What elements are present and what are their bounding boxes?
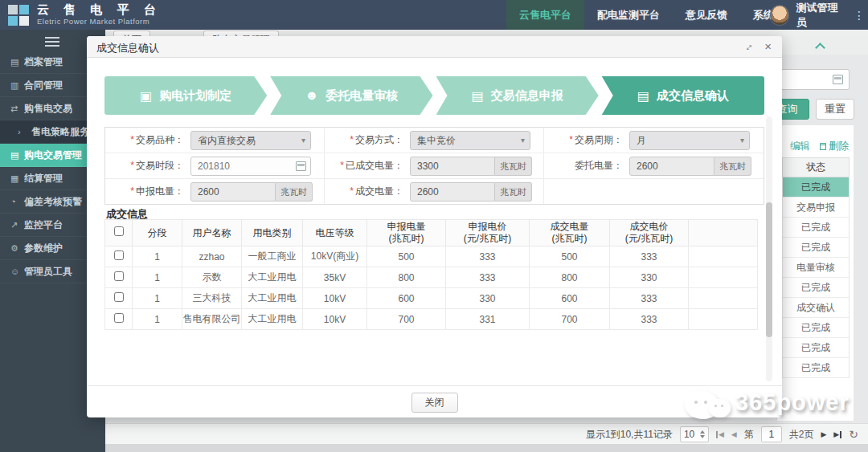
deal-volume-input[interactable]: 2600 [410, 182, 495, 202]
status-column-header: 状态 [782, 157, 850, 177]
gauge-icon: ◔ [10, 197, 24, 206]
col-declared-price: 申报电价 (元/兆瓦时) [446, 220, 530, 246]
col-empty [689, 220, 758, 246]
spinner-icon [700, 428, 705, 441]
status-cell[interactable]: 已完成 [782, 318, 850, 338]
edit-link[interactable]: 编辑 [790, 140, 810, 153]
step-purchase-plan[interactable]: ▣ 购电计划制定 [104, 76, 267, 115]
first-page-button[interactable]: ◀ [716, 430, 724, 438]
brand-logo-icon [8, 5, 29, 26]
field-trade-period: *交易时段： 201810 [105, 153, 325, 179]
col-voltage-level: 电压等级 [303, 220, 367, 246]
row-checkbox[interactable] [114, 271, 124, 281]
modal-scrollbar-thumb[interactable] [766, 202, 772, 337]
wizard-stepper: ▣ 购电计划制定 ☻ 委托电量审核 ▤ 交易信息申报 ▤ 成交信息确认 [104, 76, 764, 115]
table-row[interactable]: 1 售电有限公司 大工业用电 10kV 700 331 700 333 [105, 309, 758, 330]
chevron-down-icon: ▾ [740, 132, 744, 149]
step-trade-declare[interactable]: ▤ 交易信息申报 [436, 76, 599, 115]
topnav-tab-distribution-monitor[interactable]: 配电监测平台 [584, 0, 673, 30]
brand-title: 云 售 电 平 台 [37, 2, 162, 17]
field-empty [544, 179, 764, 204]
sidebar-item-label: 购电交易管理 [24, 149, 82, 162]
app-root: 云 售 电 平 台 Eletric Power Market Platform … [0, 0, 868, 452]
user-box: 测试管理员 ⋮ [770, 0, 868, 30]
entrust-volume-input[interactable]: 2600 [629, 157, 714, 176]
trade-type-select[interactable]: 省内直接交易▾ [190, 131, 311, 150]
table-row[interactable]: 1 zzhao 一般工商业 10kV(商业) 500 333 500 333 [105, 246, 758, 267]
deal-info-table: 分段 用户名称 用电类别 电压等级 申报电量 (兆瓦时) 申报电价 (元/兆瓦时… [104, 219, 758, 330]
calendar-icon [296, 161, 306, 171]
status-column: 已完成 交易申报 已完成 已完成 电量审核 已完成 成交确认 已完成 已完成 已… [782, 177, 850, 378]
field-dealt-volume: *已成交电量： 3300兆瓦时 [325, 153, 544, 179]
modal-close-button[interactable]: 关闭 [411, 393, 458, 413]
status-cell[interactable]: 已完成 [782, 358, 850, 378]
next-page-button[interactable]: ▶ [821, 430, 826, 438]
status-cell[interactable]: 已完成 [782, 218, 850, 238]
sidebar-collapse-icon[interactable] [45, 37, 59, 49]
table-row[interactable]: 1 示数 大工业用电 35kV 800 333 800 330 [105, 267, 758, 288]
dealt-volume-input[interactable]: 3300 [410, 157, 495, 176]
declare-volume-input[interactable]: 2600 [190, 182, 276, 202]
chart-icon: ↗ [10, 220, 24, 230]
sidebar-item-label: 管理员工具 [24, 265, 72, 279]
pagination-summary: 显示1到10,共11记录 [586, 428, 673, 442]
calendar-icon [833, 75, 843, 84]
status-cell[interactable]: 电量审核 [782, 258, 850, 278]
table-icon: ▦ [10, 173, 24, 184]
reset-button[interactable]: 重置 [816, 99, 854, 120]
col-deal-volume: 成交电量 (兆瓦时) [530, 220, 610, 246]
page-label-prefix: 第 [744, 428, 754, 442]
username: 测试管理员 [796, 1, 843, 30]
table-header-row: 分段 用户名称 用电类别 电压等级 申报电量 (兆瓦时) 申报电价 (元/兆瓦时… [105, 220, 758, 246]
close-icon[interactable]: × [764, 39, 772, 53]
topnav-tab-feedback[interactable]: 意见反馈 [673, 0, 740, 30]
delete-link[interactable]: 删除 [820, 140, 849, 153]
status-cell[interactable]: 交易申报 [782, 197, 850, 218]
col-declared-volume: 申报电量 (兆瓦时) [367, 220, 446, 246]
expand-icon[interactable]: ↔ [740, 39, 756, 55]
kebab-menu-icon[interactable]: ⋮ [850, 9, 868, 22]
status-cell[interactable]: 已完成 [782, 338, 850, 358]
status-cell[interactable]: 已完成 [782, 278, 850, 298]
chevron-down-icon: ▾ [301, 132, 305, 149]
page-total-label: 共2页 [789, 428, 814, 442]
trade-icon: ⇄ [10, 104, 24, 114]
pagination-bar: 显示1到10,共11记录 10 ◀ ◀ 第 共2页 ▶ ▶ ↻ [105, 423, 868, 444]
table-row[interactable]: 1 三大科技 大工业用电 10kV 600 330 600 333 [105, 288, 758, 309]
status-cell[interactable]: 成交确认 [782, 298, 850, 318]
deal-form: *交易品种： 省内直接交易▾ *交易方式： 集中竞价▾ *交易周期： 月▾ *交… [104, 127, 764, 205]
chevron-right-icon: › [18, 127, 31, 136]
status-cell[interactable]: 已完成 [782, 177, 850, 197]
field-trade-type: *交易品种： 省内直接交易▾ [105, 128, 325, 153]
row-checkbox[interactable] [114, 313, 124, 323]
sidebar-item-label: 结算管理 [24, 172, 63, 185]
user-avatar[interactable] [770, 5, 789, 26]
sidebar-item-label: 档案管理 [24, 55, 63, 69]
modal-footer: 关闭 [87, 385, 782, 417]
brand-subtitle: Eletric Power Market Platform [37, 17, 162, 26]
contract-icon: ▥ [10, 80, 24, 91]
monitor-icon: ▣ [140, 88, 152, 104]
row-checkbox[interactable] [114, 292, 124, 302]
row-checkbox[interactable] [114, 250, 124, 260]
field-trade-mode: *交易方式： 集中竞价▾ [325, 128, 544, 153]
last-page-button[interactable]: ▶ [833, 430, 841, 438]
step-entrust-review[interactable]: ☻ 委托电量审核 [270, 76, 432, 115]
deal-confirm-modal: 成交信息确认 ↔ × ▣ 购电计划制定 ☻ 委托电量审核 ▤ 交易信息申报 ▤ … [87, 36, 782, 417]
prev-page-button[interactable]: ◀ [731, 430, 737, 438]
step-deal-confirm[interactable]: ▤ 成交信息确认 [602, 76, 764, 115]
page-size-select[interactable]: 10 [680, 426, 709, 442]
col-user-name: 用户名称 [182, 220, 242, 246]
status-cell[interactable]: 已完成 [782, 238, 850, 258]
bottom-strip [105, 444, 868, 452]
top-navigation: 云售电平台 配电监测平台 意见反馈 系统 [506, 0, 787, 30]
trade-mode-select[interactable]: 集中竞价▾ [410, 131, 530, 150]
trade-cycle-select[interactable]: 月▾ [629, 131, 750, 150]
topnav-tab-cloud-platform[interactable]: 云售电平台 [506, 0, 584, 30]
trade-period-input[interactable]: 201810 [190, 157, 311, 176]
page-number-input[interactable] [761, 426, 782, 442]
person-icon: ☺ [10, 267, 24, 276]
sidebar-item-label: 参数维护 [24, 242, 63, 255]
refresh-icon[interactable]: ↻ [849, 428, 858, 441]
select-all-checkbox[interactable] [114, 226, 124, 236]
